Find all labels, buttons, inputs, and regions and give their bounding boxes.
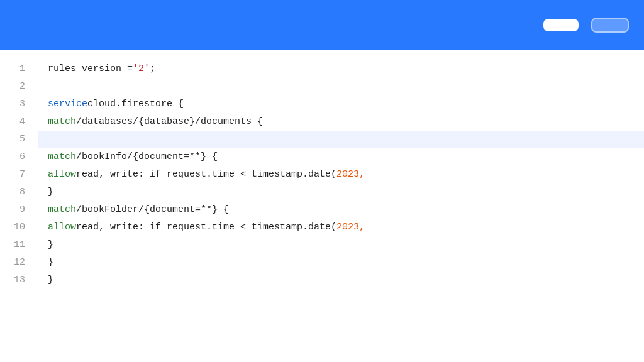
code-line-13: }	[48, 272, 644, 289]
line-number-3: 3	[0, 96, 38, 113]
code-token: match	[48, 114, 76, 130]
code-token: }	[48, 255, 53, 271]
code-line-6: match /bookInfo/{document=**} {	[48, 148, 644, 166]
header	[0, 0, 644, 50]
line-number-2: 2	[0, 78, 38, 96]
line-number-12: 12	[0, 254, 38, 272]
line-number-11: 11	[0, 236, 38, 254]
line-number-13: 13	[0, 272, 38, 289]
code-token: match	[48, 149, 76, 165]
discard-button[interactable]	[591, 18, 629, 33]
line-number-7: 7	[0, 166, 38, 184]
code-token: '2'	[133, 61, 150, 77]
code-line-11: }	[48, 236, 644, 254]
code-line-2	[48, 78, 644, 96]
code-token: 2023,	[336, 219, 365, 236]
code-token: }	[48, 184, 53, 200]
line-number-10: 10	[0, 219, 38, 236]
code-token: allow	[48, 219, 76, 236]
line-number-4: 4	[0, 113, 38, 131]
code-line-9: match /bookFolder/{document=**} {	[48, 201, 644, 219]
code-area: 12345678910111213 rules_version = '2'; s…	[0, 50, 644, 362]
code-line-4: match /databases/{database}/documents {	[48, 113, 644, 131]
code-token: cloud.firestore {	[87, 96, 184, 112]
code-line-12: }	[48, 254, 644, 272]
code-line-10: allow read, write: if request.time < tim…	[48, 219, 644, 236]
line-number-8: 8	[0, 184, 38, 201]
code-content[interactable]: rules_version = '2'; service cloud.fires…	[38, 50, 644, 362]
code-token: service	[48, 96, 87, 112]
code-token: read, write: if request.time < timestamp…	[76, 219, 336, 236]
line-number-1: 1	[0, 60, 38, 78]
line-numbers: 12345678910111213	[0, 50, 38, 362]
code-token: rules_version =	[48, 61, 133, 77]
line-number-6: 6	[0, 148, 38, 166]
code-token: 2023,	[336, 167, 365, 183]
code-token: match	[48, 202, 76, 218]
publish-button[interactable]	[543, 19, 579, 31]
code-line-1: rules_version = '2';	[48, 60, 644, 78]
line-number-5: 5	[0, 131, 38, 148]
code-token: }	[48, 237, 53, 253]
code-token: /bookInfo/{document=**} {	[76, 149, 218, 165]
code-token: ;	[150, 61, 155, 77]
code-token: allow	[48, 167, 76, 183]
line-number-9: 9	[0, 201, 38, 219]
code-line-7: allow read, write: if request.time < tim…	[48, 166, 644, 184]
code-line-5	[38, 131, 644, 148]
code-token: }	[48, 272, 53, 288]
code-line-8: }	[48, 184, 644, 201]
code-line-3: service cloud.firestore {	[48, 96, 644, 113]
code-token: /databases/{database}/documents {	[76, 114, 263, 130]
code-token: /bookFolder/{document=**} {	[76, 202, 229, 218]
code-token: read, write: if request.time < timestamp…	[76, 167, 336, 183]
